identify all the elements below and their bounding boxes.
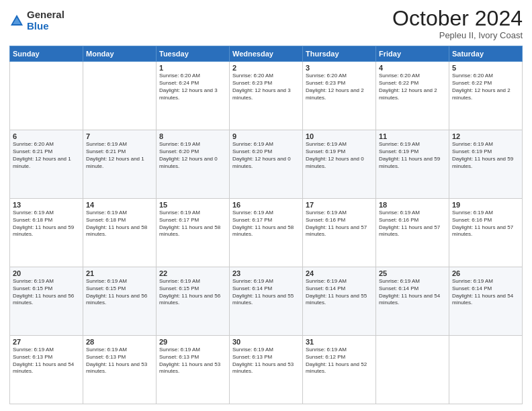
cell-info: Sunrise: 6:19 AMSunset: 6:16 PMDaylight:…: [452, 210, 519, 238]
day-cell: 10Sunrise: 6:19 AMSunset: 6:19 PMDayligh…: [303, 130, 376, 199]
day-number: 26: [452, 269, 519, 277]
col-header-monday: Monday: [83, 46, 157, 62]
day-cell: 19Sunrise: 6:19 AMSunset: 6:16 PMDayligh…: [449, 199, 523, 267]
week-row-0: 1Sunrise: 6:20 AMSunset: 6:24 PMDaylight…: [10, 62, 523, 130]
day-cell: [449, 336, 523, 404]
week-row-2: 13Sunrise: 6:19 AMSunset: 6:18 PMDayligh…: [10, 199, 523, 267]
cell-info: Sunrise: 6:19 AMSunset: 6:15 PMDaylight:…: [159, 278, 226, 307]
day-number: 17: [306, 201, 373, 209]
day-number: 20: [13, 269, 80, 277]
day-number: 8: [159, 132, 226, 140]
logo-icon: [9, 13, 24, 28]
day-number: 15: [159, 201, 226, 209]
cell-info: Sunrise: 6:19 AMSunset: 6:19 PMDaylight:…: [379, 141, 446, 170]
title-block: October 2024 Pepleu II, Ivory Coast: [392, 7, 523, 40]
day-number: 23: [232, 269, 300, 277]
day-number: 10: [306, 132, 373, 140]
page: General Blue October 2024 Pepleu II, Ivo…: [0, 0, 532, 411]
day-number: 9: [232, 132, 300, 140]
day-number: 21: [86, 269, 153, 277]
cell-info: Sunrise: 6:19 AMSunset: 6:13 PMDaylight:…: [159, 347, 226, 375]
cell-info: Sunrise: 6:19 AMSunset: 6:13 PMDaylight:…: [86, 347, 153, 375]
day-cell: 2Sunrise: 6:20 AMSunset: 6:23 PMDaylight…: [230, 62, 303, 130]
day-cell: 16Sunrise: 6:19 AMSunset: 6:17 PMDayligh…: [230, 199, 303, 267]
cell-info: Sunrise: 6:19 AMSunset: 6:13 PMDaylight:…: [13, 347, 80, 375]
day-cell: [10, 62, 83, 130]
week-row-1: 6Sunrise: 6:20 AMSunset: 6:21 PMDaylight…: [10, 130, 523, 199]
cell-info: Sunrise: 6:19 AMSunset: 6:17 PMDaylight:…: [159, 210, 226, 238]
day-cell: 24Sunrise: 6:19 AMSunset: 6:14 PMDayligh…: [303, 267, 376, 336]
cell-info: Sunrise: 6:20 AMSunset: 6:21 PMDaylight:…: [13, 141, 80, 170]
day-number: 22: [159, 269, 226, 277]
day-cell: 8Sunrise: 6:19 AMSunset: 6:20 PMDaylight…: [157, 130, 230, 199]
day-number: 6: [13, 132, 80, 140]
cell-info: Sunrise: 6:19 AMSunset: 6:16 PMDaylight:…: [306, 210, 373, 238]
cell-info: Sunrise: 6:19 AMSunset: 6:14 PMDaylight:…: [379, 278, 446, 307]
day-number: 31: [306, 338, 373, 346]
day-number: 28: [86, 338, 153, 346]
day-cell: 29Sunrise: 6:19 AMSunset: 6:13 PMDayligh…: [157, 336, 230, 404]
day-cell: 15Sunrise: 6:19 AMSunset: 6:17 PMDayligh…: [157, 199, 230, 267]
day-cell: 9Sunrise: 6:19 AMSunset: 6:20 PMDaylight…: [230, 130, 303, 199]
day-number: 19: [452, 201, 519, 209]
cell-info: Sunrise: 6:19 AMSunset: 6:15 PMDaylight:…: [86, 278, 153, 307]
cell-info: Sunrise: 6:20 AMSunset: 6:24 PMDaylight:…: [159, 73, 226, 101]
cell-info: Sunrise: 6:20 AMSunset: 6:23 PMDaylight:…: [306, 73, 373, 101]
day-cell: 1Sunrise: 6:20 AMSunset: 6:24 PMDaylight…: [157, 62, 230, 130]
logo-blue: Blue: [27, 21, 64, 32]
day-cell: 11Sunrise: 6:19 AMSunset: 6:19 PMDayligh…: [376, 130, 449, 199]
day-cell: 22Sunrise: 6:19 AMSunset: 6:15 PMDayligh…: [157, 267, 230, 336]
day-cell: 30Sunrise: 6:19 AMSunset: 6:13 PMDayligh…: [230, 336, 303, 404]
col-header-tuesday: Tuesday: [157, 46, 230, 62]
cell-info: Sunrise: 6:19 AMSunset: 6:14 PMDaylight:…: [232, 278, 300, 307]
cell-info: Sunrise: 6:19 AMSunset: 6:14 PMDaylight:…: [306, 278, 373, 307]
week-row-4: 27Sunrise: 6:19 AMSunset: 6:13 PMDayligh…: [10, 336, 523, 404]
cell-info: Sunrise: 6:19 AMSunset: 6:14 PMDaylight:…: [452, 278, 519, 307]
day-cell: 6Sunrise: 6:20 AMSunset: 6:21 PMDaylight…: [10, 130, 83, 199]
week-row-3: 20Sunrise: 6:19 AMSunset: 6:15 PMDayligh…: [10, 267, 523, 336]
day-number: 25: [379, 269, 446, 277]
day-cell: 28Sunrise: 6:19 AMSunset: 6:13 PMDayligh…: [83, 336, 157, 404]
day-number: 16: [232, 201, 300, 209]
col-header-sunday: Sunday: [10, 46, 83, 62]
day-number: 11: [379, 132, 446, 140]
day-cell: 3Sunrise: 6:20 AMSunset: 6:23 PMDaylight…: [303, 62, 376, 130]
day-cell: 17Sunrise: 6:19 AMSunset: 6:16 PMDayligh…: [303, 199, 376, 267]
day-cell: 20Sunrise: 6:19 AMSunset: 6:15 PMDayligh…: [10, 267, 83, 336]
header: General Blue October 2024 Pepleu II, Ivo…: [9, 7, 523, 40]
day-number: 13: [13, 201, 80, 209]
col-header-saturday: Saturday: [449, 46, 523, 62]
header-row: SundayMondayTuesdayWednesdayThursdayFrid…: [10, 46, 523, 62]
cell-info: Sunrise: 6:19 AMSunset: 6:18 PMDaylight:…: [86, 210, 153, 238]
cell-info: Sunrise: 6:19 AMSunset: 6:17 PMDaylight:…: [232, 210, 300, 238]
day-number: 5: [452, 64, 519, 72]
day-cell: 13Sunrise: 6:19 AMSunset: 6:18 PMDayligh…: [10, 199, 83, 267]
day-cell: 5Sunrise: 6:20 AMSunset: 6:22 PMDaylight…: [449, 62, 523, 130]
calendar-table: SundayMondayTuesdayWednesdayThursdayFrid…: [9, 46, 523, 404]
day-cell: 14Sunrise: 6:19 AMSunset: 6:18 PMDayligh…: [83, 199, 157, 267]
day-cell: 31Sunrise: 6:19 AMSunset: 6:12 PMDayligh…: [303, 336, 376, 404]
cell-info: Sunrise: 6:19 AMSunset: 6:20 PMDaylight:…: [159, 141, 226, 170]
month-title: October 2024: [392, 7, 523, 30]
day-number: 1: [159, 64, 226, 72]
day-cell: 4Sunrise: 6:20 AMSunset: 6:22 PMDaylight…: [376, 62, 449, 130]
day-cell: 18Sunrise: 6:19 AMSunset: 6:16 PMDayligh…: [376, 199, 449, 267]
day-cell: [83, 62, 157, 130]
day-number: 27: [13, 338, 80, 346]
cell-info: Sunrise: 6:19 AMSunset: 6:12 PMDaylight:…: [306, 347, 373, 375]
day-number: 24: [306, 269, 373, 277]
cell-info: Sunrise: 6:20 AMSunset: 6:23 PMDaylight:…: [232, 73, 300, 101]
cell-info: Sunrise: 6:20 AMSunset: 6:22 PMDaylight:…: [452, 73, 519, 101]
day-number: 12: [452, 132, 519, 140]
day-cell: 27Sunrise: 6:19 AMSunset: 6:13 PMDayligh…: [10, 336, 83, 404]
cell-info: Sunrise: 6:19 AMSunset: 6:20 PMDaylight:…: [232, 141, 300, 170]
logo-general: General: [27, 9, 64, 21]
day-number: 3: [306, 64, 373, 72]
location: Pepleu II, Ivory Coast: [392, 30, 523, 40]
cell-info: Sunrise: 6:19 AMSunset: 6:19 PMDaylight:…: [306, 141, 373, 170]
cell-info: Sunrise: 6:20 AMSunset: 6:22 PMDaylight:…: [379, 73, 446, 101]
day-number: 7: [86, 132, 153, 140]
col-header-friday: Friday: [376, 46, 449, 62]
day-number: 2: [232, 64, 300, 72]
day-number: 29: [159, 338, 226, 346]
